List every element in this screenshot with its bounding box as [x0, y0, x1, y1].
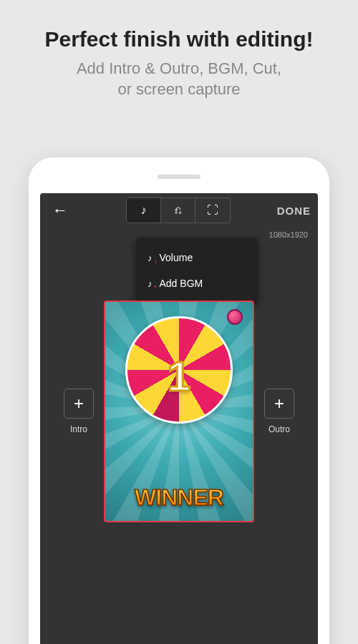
preview-banner: WINNER: [135, 484, 223, 511]
tab-music[interactable]: ♪: [127, 198, 161, 223]
done-button[interactable]: DONE: [277, 205, 311, 217]
promo-title: Perfect finish with editing!: [0, 27, 358, 52]
app-screen: ← ♪ ⎌ ⛶ DONE 1080x1920 ♪↕ Volume: [40, 193, 318, 644]
video-preview[interactable]: 1 WINNER: [104, 301, 254, 522]
dropdown-item-add-bgm[interactable]: ♪+ Add BGM: [136, 270, 258, 296]
promo-subtitle-line2: or screen capture: [117, 80, 240, 98]
volume-icon: ♪↕: [147, 253, 153, 263]
preview-number: 1: [168, 352, 190, 400]
cut-icon: ⎌: [175, 204, 182, 217]
preview-bulb: [227, 309, 243, 325]
music-dropdown: ♪↕ Volume ♪+ Add BGM: [136, 238, 258, 303]
promo-subtitle-line1: Add Intro & Outro, BGM, Cut,: [77, 59, 281, 77]
add-outro-button[interactable]: +: [264, 389, 294, 419]
intro-label: Intro: [70, 424, 87, 434]
promo-subtitle: Add Intro & Outro, BGM, Cut, or screen c…: [0, 59, 358, 99]
editor-body: + Intro 1 WINNER + Outro: [40, 301, 318, 522]
intro-slot: + Intro: [64, 389, 94, 434]
phone-frame: ← ♪ ⎌ ⛶ DONE 1080x1920 ♪↕ Volume: [29, 157, 329, 644]
bgm-label: Add BGM: [160, 278, 203, 289]
capture-icon: ⛶: [207, 204, 218, 217]
tab-capture[interactable]: ⛶: [195, 198, 230, 223]
music-note-icon: ♪: [141, 204, 147, 217]
outro-slot: + Outro: [264, 389, 294, 434]
outro-label: Outro: [268, 424, 290, 434]
dropdown-item-volume[interactable]: ♪↕ Volume: [136, 245, 258, 270]
back-button[interactable]: ←: [47, 201, 73, 220]
phone-speaker: [158, 175, 200, 179]
volume-label: Volume: [160, 252, 193, 263]
tab-cut[interactable]: ⎌: [161, 198, 195, 223]
tool-tabs: ♪ ⎌ ⛶: [126, 197, 231, 223]
topbar: ← ♪ ⎌ ⛶ DONE: [40, 193, 318, 228]
add-intro-button[interactable]: +: [64, 389, 94, 419]
add-bgm-icon: ♪+: [147, 278, 153, 289]
